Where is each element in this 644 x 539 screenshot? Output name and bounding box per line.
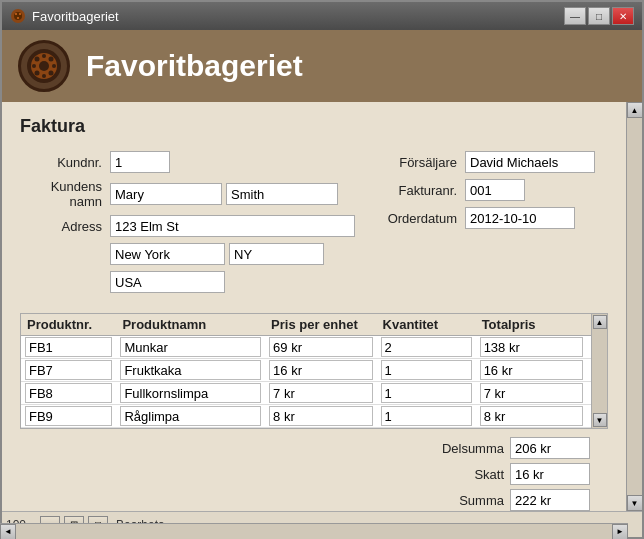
cell-price-input[interactable] — [269, 406, 372, 426]
cell-price — [265, 405, 376, 428]
h-scroll-left[interactable]: ◄ — [0, 524, 16, 540]
scrollbar-down-arrow[interactable]: ▼ — [593, 413, 607, 427]
cell-nr — [21, 382, 116, 405]
kundnr-input[interactable] — [110, 151, 170, 173]
forsaljare-input[interactable] — [465, 151, 595, 173]
svg-point-3 — [19, 13, 21, 15]
country-row — [20, 271, 355, 293]
cell-name-input[interactable] — [120, 360, 261, 380]
form-left: Kundnr. Kundens namn — [20, 151, 355, 299]
adress-input[interactable] — [110, 215, 355, 237]
status-bar: 100 − ⊞ □ Bearbeta ◄ ► — [2, 511, 642, 537]
window-title: Favoritbageriet — [32, 9, 119, 24]
content-area: Faktura Kundnr. Kundens namn — [2, 102, 626, 511]
state-input[interactable] — [229, 243, 324, 265]
h-scroll-right[interactable]: ► — [612, 524, 628, 540]
cell-nr — [21, 405, 116, 428]
cell-total-input[interactable] — [480, 337, 583, 357]
country-input[interactable] — [110, 271, 225, 293]
cell-total-input[interactable] — [480, 406, 583, 426]
city-input[interactable] — [110, 243, 225, 265]
page-title: Faktura — [20, 116, 608, 137]
svg-point-15 — [52, 64, 56, 68]
forsaljare-label: Försäljare — [375, 155, 465, 170]
summa-input[interactable] — [510, 489, 590, 511]
close-button[interactable]: ✕ — [612, 7, 634, 25]
forsaljare-row: Försäljare — [375, 151, 608, 173]
cell-price — [265, 336, 376, 359]
kundens-namn-label: Kundens namn — [20, 179, 110, 209]
cell-name-input[interactable] — [120, 383, 261, 403]
cell-price-input[interactable] — [269, 360, 372, 380]
cell-nr-input[interactable] — [25, 337, 112, 357]
table-wrapper: Produktnr. Produktnamn Pris per enhet Kv… — [20, 313, 608, 429]
svg-point-10 — [35, 71, 40, 76]
orderdatum-row: Orderdatum — [375, 207, 608, 229]
efternamn-input[interactable] — [226, 183, 338, 205]
kundnr-label: Kundnr. — [20, 155, 110, 170]
col-header-qty: Kvantitet — [377, 314, 476, 336]
cell-qty — [377, 382, 476, 405]
cell-qty-input[interactable] — [381, 337, 472, 357]
window-scrollbar-down[interactable]: ▼ — [627, 495, 643, 511]
delsumma-input[interactable] — [510, 437, 590, 459]
cell-price — [265, 359, 376, 382]
skatt-row: Skatt — [424, 463, 590, 485]
form-area: Kundnr. Kundens namn — [20, 151, 608, 299]
cell-total — [476, 336, 587, 359]
fakturanr-label: Fakturanr. — [375, 183, 465, 198]
summary-area: Delsumma Skatt Summa — [20, 437, 608, 511]
cell-nr-input[interactable] — [25, 406, 112, 426]
maximize-button[interactable]: □ — [588, 7, 610, 25]
app-icon — [10, 8, 26, 24]
cell-price — [265, 382, 376, 405]
cell-qty-input[interactable] — [381, 360, 472, 380]
scrollbar-track — [593, 329, 607, 413]
orderdatum-input[interactable] — [465, 207, 575, 229]
summa-row: Summa — [424, 489, 590, 511]
cell-total-input[interactable] — [480, 360, 583, 380]
cell-total — [476, 405, 587, 428]
header-bar: Favoritbageriet — [2, 30, 642, 102]
cell-qty — [377, 405, 476, 428]
svg-point-4 — [17, 17, 19, 19]
cell-total-input[interactable] — [480, 383, 583, 403]
cell-name — [116, 382, 265, 405]
minimize-button[interactable]: — — [564, 7, 586, 25]
table-scrollbar[interactable]: ▲ ▼ — [591, 314, 607, 428]
svg-point-2 — [15, 13, 17, 15]
svg-point-9 — [49, 57, 54, 62]
skatt-input[interactable] — [510, 463, 590, 485]
table-row — [21, 405, 607, 428]
kundnr-row: Kundnr. — [20, 151, 355, 173]
table-section: Produktnr. Produktnamn Pris per enhet Kv… — [20, 313, 608, 429]
cell-qty-input[interactable] — [381, 383, 472, 403]
form-right: Försäljare Fakturanr. Orderdatum — [355, 151, 608, 299]
delsumma-label: Delsumma — [424, 441, 504, 456]
scrollbar-up-arrow[interactable]: ▲ — [593, 315, 607, 329]
cell-nr-input[interactable] — [25, 383, 112, 403]
fornamn-input[interactable] — [110, 183, 222, 205]
svg-point-8 — [35, 57, 40, 62]
fakturanr-input[interactable] — [465, 179, 525, 201]
window-scrollbar[interactable]: ▲ ▼ — [626, 102, 642, 511]
cell-nr — [21, 359, 116, 382]
cell-name — [116, 336, 265, 359]
window-scrollbar-up[interactable]: ▲ — [627, 102, 643, 118]
svg-point-13 — [42, 74, 46, 78]
cell-name-input[interactable] — [120, 406, 261, 426]
title-bar: Favoritbageriet — □ ✕ — [2, 2, 642, 30]
kundens-namn-row: Kundens namn — [20, 179, 355, 209]
skatt-label: Skatt — [424, 467, 504, 482]
cell-price-input[interactable] — [269, 383, 372, 403]
orderdatum-label: Orderdatum — [375, 211, 465, 226]
cell-nr-input[interactable] — [25, 360, 112, 380]
table-row — [21, 382, 607, 405]
cell-name-input[interactable] — [120, 337, 261, 357]
cell-qty-input[interactable] — [381, 406, 472, 426]
h-scrollbar: ◄ ► — [0, 523, 628, 539]
col-header-nr: Produktnr. — [21, 314, 116, 336]
cell-price-input[interactable] — [269, 337, 372, 357]
adress-label: Adress — [20, 219, 110, 234]
col-header-name: Produktnamn — [116, 314, 265, 336]
